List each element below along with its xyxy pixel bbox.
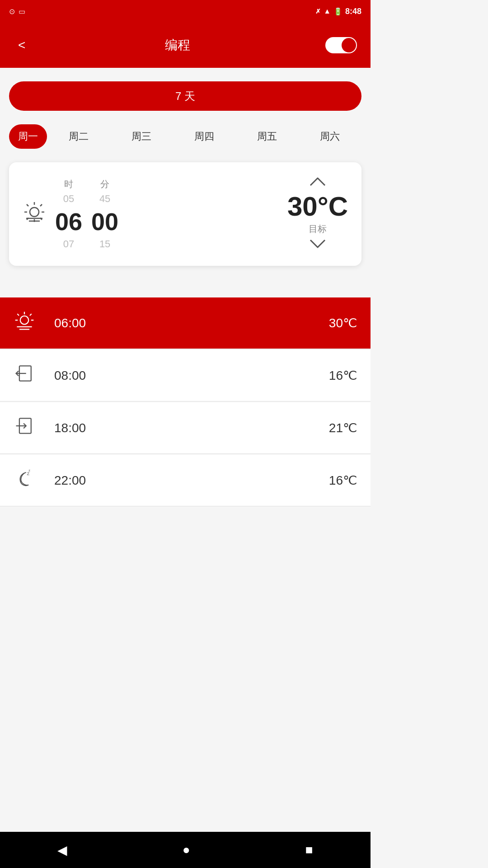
- time-picker-left: 时 05 06 07 分 45 00 15: [23, 178, 118, 250]
- svg-line-5: [27, 204, 28, 206]
- sd-icon: ▭: [19, 7, 25, 16]
- tab-thursday[interactable]: 周四: [173, 124, 235, 149]
- wifi-icon: ✗: [315, 8, 321, 15]
- nav-home-button[interactable]: ●: [169, 838, 204, 862]
- schedule-item-3[interactable]: Z z 22:00 16℃: [0, 455, 371, 506]
- status-right-info: ✗ ▲ 🔋 8:48: [315, 7, 361, 16]
- nav-recent-button[interactable]: ■: [292, 838, 327, 862]
- header: < 编程: [0, 23, 371, 68]
- tab-saturday[interactable]: 周六: [299, 124, 361, 149]
- signal-icon: ⊙: [9, 7, 15, 16]
- schedule-temp-1: 16℃: [329, 368, 357, 383]
- svg-point-11: [20, 316, 28, 324]
- temp-down-button[interactable]: [309, 238, 327, 252]
- schedule-icon-sleep: Z z: [14, 467, 41, 493]
- schedule-item-0[interactable]: 06:00 30℃: [0, 297, 371, 349]
- page-title: 编程: [30, 37, 325, 54]
- temp-up-button[interactable]: [309, 176, 327, 190]
- schedule-time-2: 18:00: [54, 421, 329, 435]
- toggle-switch[interactable]: [325, 37, 357, 53]
- status-bar: ⊙ ▭ ✗ ▲ 🔋 8:48: [0, 0, 371, 23]
- tab-friday[interactable]: 周五: [236, 124, 299, 149]
- svg-text:z: z: [28, 468, 30, 472]
- seven-day-button[interactable]: 7 天: [9, 81, 361, 111]
- back-button[interactable]: <: [14, 33, 30, 57]
- schedule-temp-0: 30℃: [329, 316, 357, 330]
- schedule-time-0: 06:00: [54, 316, 329, 330]
- temperature-label: 目标: [309, 223, 327, 235]
- svg-line-16: [30, 314, 32, 316]
- day-tabs: 周一 周二 周三 周四 周五 周六: [9, 124, 361, 149]
- status-left-icons: ⊙ ▭: [9, 7, 25, 16]
- min-column: 分 45 00 15: [91, 178, 118, 250]
- nav-bar: ◀ ● ■: [0, 832, 371, 868]
- schedule-time-1: 08:00: [54, 368, 329, 383]
- schedule-item-1[interactable]: 08:00 16℃: [0, 350, 371, 401]
- schedule-list: 06:00 30℃ 08:00 16℃ 18:00: [0, 297, 371, 506]
- content-area: 7 天 周一 周二 周三 周四 周五 周六: [0, 68, 371, 297]
- svg-line-7: [40, 204, 42, 206]
- clock: 8:48: [345, 7, 361, 16]
- schedule-time-3: 22:00: [54, 473, 329, 488]
- schedule-item-2[interactable]: 18:00 21℃: [0, 402, 371, 454]
- schedule-icon-sunrise: [14, 310, 41, 336]
- time-picker-card: 时 05 06 07 分 45 00 15: [9, 162, 361, 266]
- toggle-knob: [342, 38, 356, 52]
- battery-icon: 🔋: [333, 7, 343, 16]
- tab-wednesday[interactable]: 周三: [110, 124, 173, 149]
- hour-scroll: 05 06 07: [55, 193, 82, 250]
- mode-sunrise-icon: [23, 200, 46, 228]
- signal-bars-icon: ▲: [324, 7, 331, 15]
- svg-point-0: [30, 208, 39, 217]
- schedule-temp-3: 16℃: [329, 473, 357, 488]
- svg-line-15: [17, 314, 19, 316]
- tab-monday[interactable]: 周一: [9, 124, 47, 149]
- schedule-temp-2: 21℃: [329, 420, 357, 435]
- schedule-icon-door-exit: [14, 415, 41, 441]
- nav-back-button[interactable]: ◀: [44, 838, 81, 862]
- min-scroll: 45 00 15: [91, 193, 118, 250]
- temperature-picker: 30°C 目标: [287, 176, 348, 252]
- schedule-icon-door-enter: [14, 363, 41, 388]
- hour-column: 时 05 06 07: [55, 178, 82, 250]
- tab-tuesday[interactable]: 周二: [47, 124, 110, 149]
- temperature-value: 30°C: [287, 193, 348, 220]
